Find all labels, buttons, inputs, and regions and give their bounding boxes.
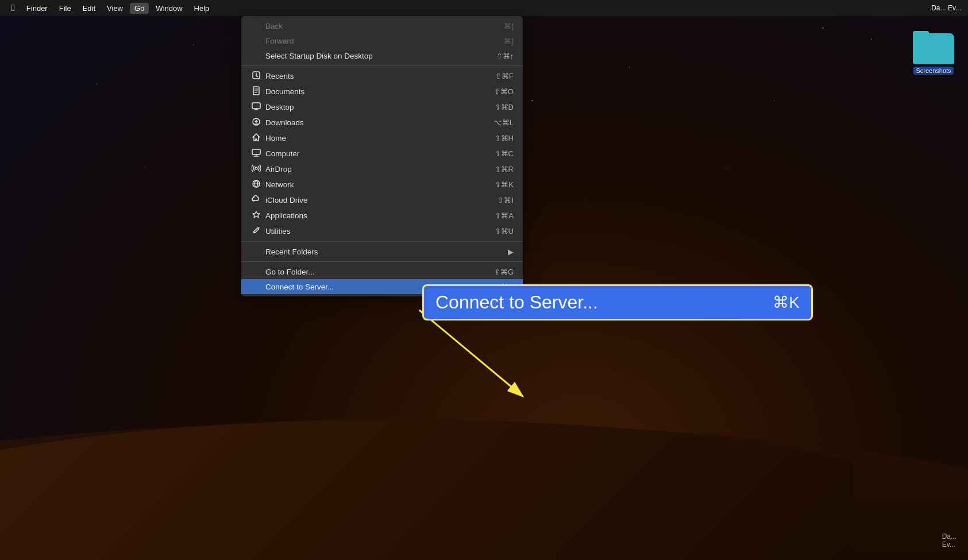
icloud-label: iCloud Drive (265, 196, 498, 204)
menu-item-network[interactable]: Network ⇧⌘K (241, 177, 523, 192)
airdrop-label: AirDrop (265, 165, 495, 173)
menu-item-startup-disk[interactable]: Select Startup Disk on Desktop ⇧⌘↑ (241, 48, 523, 63)
menubar-window[interactable]: Window (151, 3, 187, 14)
applications-shortcut: ⇧⌘A (495, 211, 514, 220)
recents-shortcut: ⇧⌘F (495, 72, 514, 80)
applications-icon (250, 210, 262, 221)
computer-icon (250, 148, 262, 159)
folder-label: Screenshots (913, 67, 953, 75)
recent-folders-arrow: ▶ (508, 248, 514, 256)
forward-label: Forward (265, 37, 504, 45)
callout-label: Connect to Server... (435, 292, 598, 313)
utilities-shortcut: ⇧⌘U (495, 227, 514, 235)
menubar-view[interactable]: View (102, 3, 128, 14)
icloud-icon (250, 195, 262, 206)
menu-item-back[interactable]: Back ⌘[ (241, 18, 523, 33)
network-label: Network (265, 180, 495, 189)
startup-disk-label: Select Startup Disk on Desktop (265, 52, 496, 60)
menu-item-applications[interactable]: Applications ⇧⌘A (241, 208, 523, 223)
airdrop-shortcut: ⇧⌘R (495, 165, 514, 173)
startup-disk-shortcut: ⇧⌘↑ (496, 52, 514, 60)
menubar:  Finder File Edit View Go Window Help D… (0, 0, 968, 16)
menu-item-documents[interactable]: Documents ⇧⌘O (241, 84, 523, 99)
home-icon (250, 133, 262, 144)
svg-rect-2 (252, 103, 260, 109)
menubar-file[interactable]: File (55, 3, 76, 14)
recents-icon (250, 71, 262, 82)
callout-connect-server: Connect to Server... ⌘K (422, 284, 813, 320)
network-shortcut: ⇧⌘K (495, 180, 514, 189)
apple-menu[interactable]:  (7, 2, 20, 14)
downloads-icon (250, 117, 262, 128)
desktop-icon (250, 102, 262, 113)
folder-icon-body (913, 33, 954, 64)
back-label: Back (265, 22, 504, 30)
menubar-help[interactable]: Help (190, 3, 214, 14)
documents-icon (250, 86, 262, 97)
svg-point-5 (255, 167, 257, 169)
forward-shortcut: ⌘] (504, 37, 514, 45)
menu-item-downloads[interactable]: Downloads ⌥⌘L (241, 115, 523, 130)
folder-icon (913, 31, 954, 64)
menubar-left:  Finder File Edit View Go Window Help (7, 2, 214, 14)
menu-item-forward[interactable]: Forward ⌘] (241, 33, 523, 48)
home-shortcut: ⇧⌘H (495, 134, 514, 142)
menu-item-desktop[interactable]: Desktop ⇧⌘D (241, 99, 523, 115)
go-to-folder-shortcut: ⇧⌘G (494, 268, 514, 276)
documents-label: Documents (265, 87, 494, 96)
recents-label: Recents (265, 72, 495, 80)
menu-item-home[interactable]: Home ⇧⌘H (241, 130, 523, 146)
go-menu-dropdown: Back ⌘[ Forward ⌘] Select Startup Disk o… (241, 16, 523, 296)
menu-item-recent-folders[interactable]: Recent Folders ▶ (241, 244, 523, 259)
menubar-right-text: Da... Ev... (931, 4, 961, 12)
downloads-shortcut: ⌥⌘L (493, 118, 514, 127)
utilities-label: Utilities (265, 227, 495, 235)
menu-item-airdrop[interactable]: AirDrop ⇧⌘R (241, 161, 523, 177)
separator-3 (241, 261, 523, 262)
utilities-icon (250, 226, 262, 237)
desktop-label: Desktop (265, 103, 495, 111)
menubar-go[interactable]: Go (130, 3, 149, 14)
menubar-finder[interactable]: Finder (22, 3, 52, 14)
menu-item-recents[interactable]: Recents ⇧⌘F (241, 68, 523, 84)
separator-1 (241, 65, 523, 66)
menu-item-utilities[interactable]: Utilities ⇧⌘U (241, 223, 523, 239)
network-icon (250, 179, 262, 190)
computer-label: Computer (265, 149, 495, 158)
svg-rect-4 (252, 149, 260, 155)
applications-label: Applications (265, 211, 495, 220)
back-shortcut: ⌘[ (504, 22, 514, 30)
menubar-right: Da... Ev... (931, 4, 961, 12)
recent-folders-label: Recent Folders (265, 248, 508, 256)
screenshots-folder[interactable]: Screenshots (911, 29, 957, 77)
home-label: Home (265, 134, 495, 142)
computer-shortcut: ⇧⌘C (495, 149, 514, 158)
menubar-edit[interactable]: Edit (78, 3, 100, 14)
menu-item-computer[interactable]: Computer ⇧⌘C (241, 146, 523, 161)
dune2 (0, 359, 853, 560)
airdrop-icon (250, 164, 262, 175)
documents-shortcut: ⇧⌘O (494, 87, 514, 96)
icloud-shortcut: ⇧⌘I (498, 196, 514, 204)
go-to-folder-label: Go to Folder... (265, 268, 494, 276)
callout-shortcut: ⌘K (773, 293, 800, 312)
downloads-label: Downloads (265, 118, 493, 127)
bottom-right-text: Da...Ev... (942, 532, 957, 549)
menu-item-icloud[interactable]: iCloud Drive ⇧⌘I (241, 192, 523, 208)
desktop-shortcut: ⇧⌘D (495, 103, 514, 111)
separator-2 (241, 241, 523, 242)
menu-item-go-to-folder[interactable]: Go to Folder... ⇧⌘G (241, 264, 523, 279)
